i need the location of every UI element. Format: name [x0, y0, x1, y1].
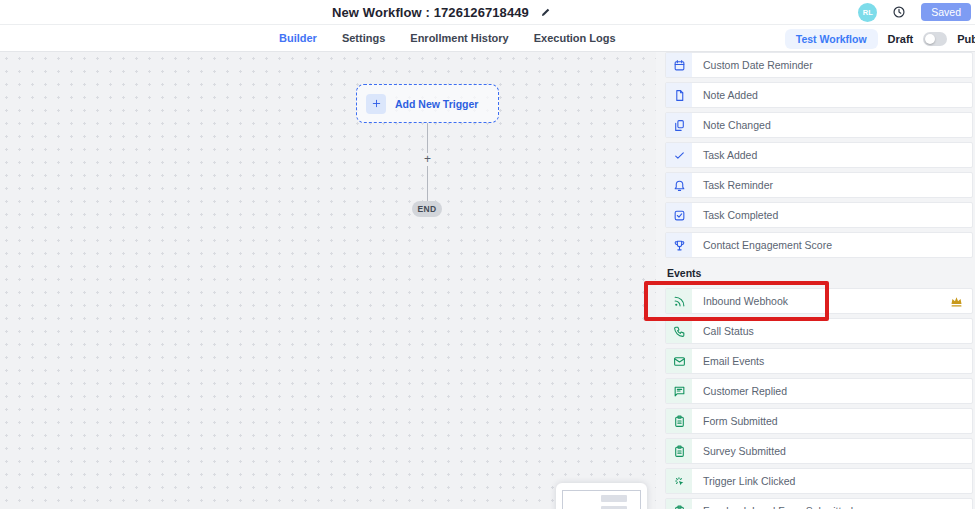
tab-settings[interactable]: Settings: [341, 25, 386, 52]
sidebar-item-call-status[interactable]: Call Status: [665, 318, 973, 344]
sidebar-item-note-added[interactable]: Note Added: [665, 82, 973, 108]
sidebar-item-label: Inbound Webhook: [692, 289, 788, 313]
cursor-click-icon: [666, 469, 692, 493]
toggle-knob: [925, 34, 935, 44]
placeholder-bar: [601, 495, 627, 502]
sidebar-item-customer-replied[interactable]: Customer Replied: [665, 378, 973, 404]
workflow-builder-app: New Workflow : 1726126718449 RL Saved Bu…: [0, 0, 975, 509]
header-right-controls: RL Saved: [858, 0, 971, 24]
draft-label: Draft: [888, 33, 914, 45]
version-history-clock-icon[interactable]: [892, 5, 906, 19]
sidebar-item-survey-submitted[interactable]: Survey Submitted: [665, 438, 973, 464]
main-area: Add New Trigger + END Custom Date Remind…: [0, 52, 975, 509]
sidebar-item-label: Survey Submitted: [692, 439, 786, 463]
tab-execution-logs[interactable]: Execution Logs: [533, 25, 617, 52]
sidebar-item-form-submitted[interactable]: Form Submitted: [665, 408, 973, 434]
sidebar-item-label: Email Events: [692, 349, 764, 373]
clipboard-icon: [666, 439, 692, 463]
sidebar-item-facebook-lead-form-submitted[interactable]: Facebook Lead Form Submitted: [665, 498, 973, 509]
sidebar-item-label: Form Submitted: [692, 409, 778, 433]
note-icon: [666, 83, 692, 107]
saved-button[interactable]: Saved: [921, 3, 971, 21]
sidebar-item-label: Task Completed: [692, 203, 778, 227]
publish-label: Publish: [957, 33, 975, 45]
sidebar-item-task-reminder[interactable]: Task Reminder: [665, 172, 973, 198]
sidebar-item-email-events[interactable]: Email Events: [665, 348, 973, 374]
sidebar-item-contact-engagement-score[interactable]: Contact Engagement Score: [665, 232, 973, 258]
test-workflow-button[interactable]: Test Workflow: [785, 29, 878, 49]
sidebar-item-custom-date-reminder[interactable]: Custom Date Reminder: [665, 52, 973, 78]
sidebar-item-task-added[interactable]: Task Added: [665, 142, 973, 168]
sidebar-item-label: Trigger Link Clicked: [692, 469, 795, 493]
bell-icon: [666, 173, 692, 197]
tab-builder[interactable]: Builder: [278, 25, 318, 52]
tabbar-right-controls: Test Workflow Draft Publish: [785, 25, 975, 52]
premium-crown-icon: [949, 294, 964, 309]
section-header-events: Events: [665, 264, 973, 282]
workflow-title-wrap: New Workflow : 1726126718449: [332, 0, 552, 24]
tab-bar: BuilderSettingsEnrollment HistoryExecuti…: [0, 24, 975, 52]
workflow-tabs: BuilderSettingsEnrollment HistoryExecuti…: [278, 25, 617, 52]
sidebar-item-inbound-webhook[interactable]: Inbound Webhook: [665, 288, 973, 314]
sidebar-item-label: Customer Replied: [692, 379, 787, 403]
sidebar-item-note-changed[interactable]: Note Changed: [665, 112, 973, 138]
chat-icon: [666, 379, 692, 403]
end-node: END: [412, 201, 442, 217]
top-header: New Workflow : 1726126718449 RL Saved: [0, 0, 975, 24]
sidebar-item-trigger-link-clicked[interactable]: Trigger Link Clicked: [665, 468, 973, 494]
add-trigger-label: Add New Trigger: [395, 98, 478, 110]
sidebar-item-label: Facebook Lead Form Submitted: [692, 499, 853, 509]
mail-icon: [666, 349, 692, 373]
sidebar-item-task-completed[interactable]: Task Completed: [665, 202, 973, 228]
check-icon: [666, 143, 692, 167]
sidebar-item-label: Call Status: [692, 319, 754, 343]
edit-title-pencil-icon[interactable]: [540, 6, 552, 18]
clipboard-icon: [666, 499, 692, 509]
popup-inner-frame: [562, 490, 641, 509]
publish-toggle[interactable]: [923, 32, 947, 46]
sidebar-item-label: Contact Engagement Score: [692, 233, 832, 257]
note-multi-icon: [666, 113, 692, 137]
plus-icon: [366, 94, 386, 114]
sidebar-item-label: Task Reminder: [692, 173, 773, 197]
workflow-title: New Workflow : 1726126718449: [332, 5, 529, 20]
workflow-canvas[interactable]: Add New Trigger + END: [0, 52, 656, 509]
webhook-rss-icon: [666, 289, 692, 313]
sidebar-item-label: Custom Date Reminder: [692, 53, 813, 77]
task-check-icon: [666, 203, 692, 227]
tab-enrollment-history[interactable]: Enrollment History: [409, 25, 509, 52]
clipboard-icon: [666, 409, 692, 433]
trigger-sidebar: Custom Date ReminderNote AddedNote Chang…: [656, 52, 975, 509]
add-new-trigger-button[interactable]: Add New Trigger: [356, 84, 499, 123]
user-avatar[interactable]: RL: [858, 3, 877, 22]
calendar-icon: [666, 53, 692, 77]
sidebar-item-label: Task Added: [692, 143, 757, 167]
add-step-plus-icon[interactable]: +: [421, 153, 434, 166]
phone-icon: [666, 319, 692, 343]
partial-popup-card: [556, 483, 647, 509]
sidebar-item-label: Note Changed: [692, 113, 771, 137]
trophy-icon: [666, 233, 692, 257]
sidebar-item-label: Note Added: [692, 83, 758, 107]
